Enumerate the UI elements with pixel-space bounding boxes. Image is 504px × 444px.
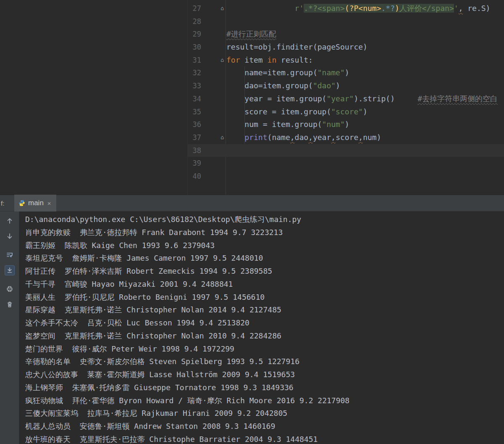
console-line: 阿甘正传 罗伯特·泽米吉斯 Robert Zemeckis 1994 9.5 2… bbox=[25, 265, 504, 278]
fold-spacer bbox=[201, 157, 226, 170]
line-number: 27 bbox=[188, 2, 201, 15]
line-number: 28 bbox=[188, 15, 201, 28]
code-text: for item in result: bbox=[226, 54, 313, 67]
console-line: 泰坦尼克号 詹姆斯·卡梅隆 James Cameron 1997 9.5 244… bbox=[25, 252, 504, 265]
code-text: num = item.group("num") bbox=[226, 118, 349, 131]
code-text: print(name,dao,year,score,num) bbox=[226, 131, 381, 144]
console-line: 辛德勒的名单 史蒂文·斯皮尔伯格 Steven Spielberg 1993 9… bbox=[25, 355, 504, 368]
editor-line[interactable]: 40 bbox=[188, 170, 504, 183]
code-editor[interactable]: 27⌂ r'.*?<span>(?P<num>.*?)人评价</span>', … bbox=[188, 0, 504, 195]
editor-line[interactable]: 39 bbox=[188, 157, 504, 170]
line-number: 36 bbox=[188, 118, 201, 131]
console-output: D:\anaconda\python.exe C:\Users\86182\De… bbox=[25, 213, 504, 444]
fold-spacer bbox=[201, 118, 226, 131]
line-number: 37 bbox=[188, 131, 201, 144]
code-text bbox=[226, 157, 226, 170]
fold-marker-icon[interactable]: ⌂ bbox=[201, 131, 226, 144]
line-number: 30 bbox=[188, 41, 201, 54]
tab-main[interactable]: main × bbox=[14, 195, 56, 211]
fold-spacer bbox=[201, 144, 226, 157]
editor-lines: 27⌂ r'.*?<span>(?P<num>.*?)人评价</span>', … bbox=[188, 2, 504, 183]
toolwindow-label: f: bbox=[0, 200, 7, 207]
fold-marker-icon[interactable]: ⌂ bbox=[201, 2, 226, 15]
code-text: dao=item.group("dao") bbox=[226, 79, 340, 92]
editor-line[interactable]: 33 dao=item.group("dao") bbox=[188, 79, 504, 92]
console-line: 霸王别姬 陈凯歌 Kaige Chen 1993 9.6 2379043 bbox=[25, 239, 504, 252]
arrow-up-icon[interactable] bbox=[5, 216, 15, 226]
editor-split: 27⌂ r'.*?<span>(?P<num>.*?)人评价</span>', … bbox=[0, 0, 504, 195]
console-line: 盗梦空间 克里斯托弗·诺兰 Christopher Nolan 2010 9.4… bbox=[25, 330, 504, 343]
python-icon bbox=[18, 200, 25, 206]
fold-spacer bbox=[201, 15, 226, 28]
line-number: 39 bbox=[188, 157, 201, 170]
code-text: score = item.group("score") bbox=[226, 106, 368, 119]
console-line: 海上钢琴师 朱塞佩·托纳多雷 Giuseppe Tornatore 1998 9… bbox=[25, 381, 504, 394]
console-line: 楚门的世界 彼得·威尔 Peter Weir 1998 9.4 1972299 bbox=[25, 343, 504, 356]
console-line: 机器人总动员 安德鲁·斯坦顿 Andrew Stanton 2008 9.3 1… bbox=[25, 420, 504, 433]
console-line: 肖申克的救赎 弗兰克·德拉邦特 Frank Darabont 1994 9.7 … bbox=[25, 226, 504, 239]
editor-line[interactable]: 38 bbox=[188, 144, 504, 157]
editor-line[interactable]: 37⌂ print(name,dao,year,score,num) bbox=[188, 131, 504, 144]
editor-line[interactable]: 30result=obj.finditer(pageSource) bbox=[188, 41, 504, 54]
console-line: 疯狂动物城 拜伦·霍华德 Byron Howard / 瑞奇·摩尔 Rich M… bbox=[25, 394, 504, 407]
console-line: 星际穿越 克里斯托弗·诺兰 Christopher Nolan 2014 9.4… bbox=[25, 304, 504, 317]
run-console-panel: D:\anaconda\python.exe C:\Users\86182\De… bbox=[0, 211, 504, 444]
tab-label: main bbox=[28, 199, 44, 207]
line-number: 33 bbox=[188, 79, 201, 92]
code-text bbox=[226, 144, 226, 157]
fold-marker-icon[interactable]: ⌂ bbox=[201, 54, 226, 67]
editor-line[interactable]: 28 bbox=[188, 15, 504, 28]
console-line: 放牛班的春天 克里斯托夫·巴拉蒂 Christophe Barratier 20… bbox=[25, 433, 504, 444]
line-number: 34 bbox=[188, 92, 201, 106]
fold-spacer bbox=[201, 28, 226, 41]
console-line: 美丽人生 罗伯托·贝尼尼 Roberto Benigni 1997 9.5 14… bbox=[25, 291, 504, 304]
console-line: D:\anaconda\python.exe C:\Users\86182\De… bbox=[25, 213, 504, 226]
editor-line[interactable]: 34 year = item.group("year").strip() #去掉… bbox=[188, 92, 504, 106]
code-text bbox=[226, 170, 226, 183]
close-tab-icon[interactable]: × bbox=[47, 200, 51, 207]
console-line: 三傻大闹宝莱坞 拉库马·希拉尼 Rajkumar Hirani 2009 9.2… bbox=[25, 407, 504, 420]
code-text: year = item.group("year").strip() #去掉字符串… bbox=[226, 92, 498, 106]
empty-editor-panel bbox=[0, 0, 188, 195]
console-area[interactable]: D:\anaconda\python.exe C:\Users\86182\De… bbox=[19, 211, 504, 444]
code-text bbox=[226, 15, 226, 28]
code-text: result=obj.finditer(pageSource) bbox=[226, 41, 368, 54]
editor-line[interactable]: 31⌂for item in result: bbox=[188, 54, 504, 67]
line-number: 29 bbox=[188, 28, 201, 41]
fold-spacer bbox=[201, 66, 226, 79]
arrow-down-icon[interactable] bbox=[5, 231, 15, 241]
print-icon[interactable] bbox=[5, 284, 15, 294]
editor-line[interactable]: 32 name=item.group("name") bbox=[188, 66, 504, 79]
fold-spacer bbox=[201, 79, 226, 92]
line-number: 40 bbox=[188, 170, 201, 183]
clear-all-icon[interactable] bbox=[5, 299, 15, 309]
fold-spacer bbox=[201, 106, 226, 119]
line-number: 35 bbox=[188, 106, 201, 119]
code-text: r'.*?<span>(?P<num>.*?)人评价</span>', re.S… bbox=[226, 2, 490, 15]
scroll-to-end-icon[interactable] bbox=[5, 265, 15, 275]
line-number: 38 bbox=[188, 144, 201, 157]
line-number: 32 bbox=[188, 66, 201, 79]
soft-wrap-icon[interactable] bbox=[5, 250, 15, 260]
console-toolbar bbox=[0, 211, 19, 444]
editor-line[interactable]: 35 score = item.group("score") bbox=[188, 106, 504, 119]
run-toolwindow-tabbar: f: main × bbox=[0, 195, 504, 211]
console-line: 忠犬八公的故事 莱塞·霍尔斯道姆 Lasse Hallström 2009 9.… bbox=[25, 368, 504, 381]
console-line: 这个杀手不太冷 吕克·贝松 Luc Besson 1994 9.4 251382… bbox=[25, 317, 504, 330]
console-line: 千与千寻 宫崎骏 Hayao Miyazaki 2001 9.4 2488841 bbox=[25, 278, 504, 291]
code-text: #进行正则匹配 bbox=[226, 28, 276, 41]
editor-line[interactable]: 36 num = item.group("num") bbox=[188, 118, 504, 131]
fold-spacer bbox=[201, 41, 226, 54]
code-text: name=item.group("name") bbox=[226, 66, 349, 79]
line-number: 31 bbox=[188, 54, 201, 67]
fold-spacer bbox=[201, 92, 226, 106]
editor-line[interactable]: 29#进行正则匹配 bbox=[188, 28, 504, 41]
editor-line[interactable]: 27⌂ r'.*?<span>(?P<num>.*?)人评价</span>', … bbox=[188, 2, 504, 15]
fold-spacer bbox=[201, 170, 226, 183]
